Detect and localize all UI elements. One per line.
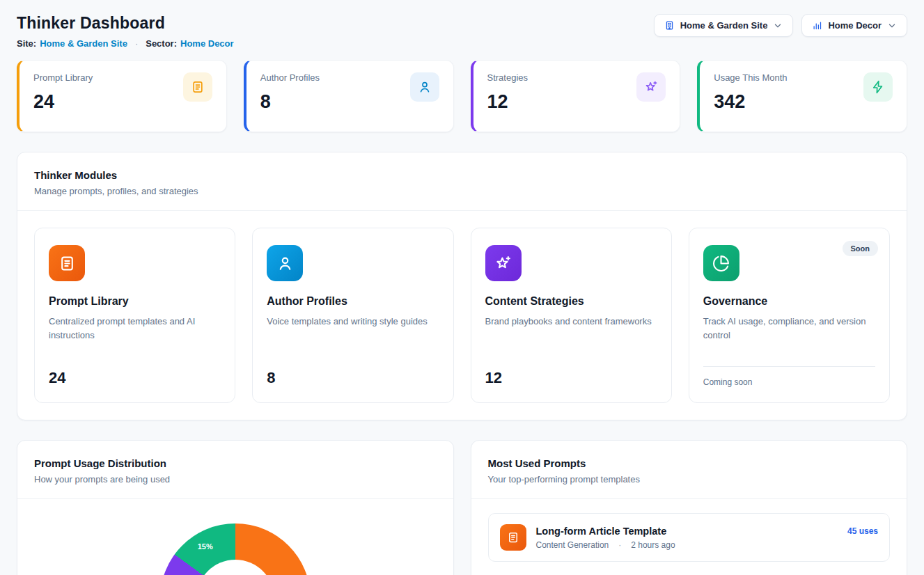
- site-label: Site:: [17, 38, 36, 49]
- stat-label: Prompt Library: [33, 72, 93, 83]
- card-header: Most Used Prompts Your top-performing pr…: [471, 441, 907, 499]
- thinker-modules-panel: Thinker Modules Manage prompts, profiles…: [17, 152, 907, 420]
- stat-info: Usage This Month 342: [714, 72, 787, 120]
- stat-label: Usage This Month: [714, 72, 787, 83]
- card-title: Prompt Usage Distribution: [34, 457, 437, 469]
- card-subtitle: Your top-performing prompt templates: [488, 474, 891, 485]
- stat-info: Strategies 12: [487, 72, 528, 120]
- module-count: 8: [267, 369, 439, 387]
- module-card-content-strategies[interactable]: Content Strategies Brand playbooks and c…: [471, 228, 672, 403]
- document-icon: [183, 72, 212, 102]
- panel-title: Thinker Modules: [34, 169, 890, 181]
- module-description: Voice templates and writing style guides: [267, 315, 439, 329]
- donut-chart: 15%: [17, 499, 453, 575]
- module-title: Prompt Library: [49, 295, 221, 308]
- prompt-list-item[interactable]: Long-form Article Template Content Gener…: [488, 513, 891, 562]
- module-description: Track AI usage, compliance, and version …: [703, 315, 875, 342]
- site-selector-dropdown[interactable]: Home & Garden Site: [654, 14, 794, 37]
- card-subtitle: How your prompts are being used: [34, 474, 437, 485]
- module-title: Content Strategies: [485, 295, 657, 308]
- header-actions: Home & Garden Site Home Decor: [654, 14, 907, 37]
- sector-selector-dropdown[interactable]: Home Decor: [801, 14, 907, 37]
- sparkle-star-icon: [636, 72, 666, 102]
- prompt-info: Long-form Article Template Content Gener…: [536, 526, 838, 550]
- site-link[interactable]: Home & Garden Site: [40, 38, 127, 49]
- stat-label: Author Profiles: [260, 72, 320, 83]
- stat-value: 8: [260, 91, 320, 113]
- coming-soon-label: Coming soon: [703, 377, 753, 387]
- card-title: Most Used Prompts: [488, 457, 891, 469]
- bar-chart-icon: [812, 20, 822, 31]
- separator-dot: ·: [135, 38, 138, 49]
- thinker-dashboard-page: Thinker Dashboard Site: Home & Garden Si…: [0, 0, 924, 575]
- document-icon: [500, 524, 526, 551]
- module-card-prompt-library[interactable]: Prompt Library Centralized prompt templa…: [34, 228, 235, 403]
- header-left: Thinker Dashboard Site: Home & Garden Si…: [17, 14, 234, 49]
- prompt-title: Long-form Article Template: [536, 526, 838, 537]
- module-count: 12: [485, 369, 657, 387]
- prompt-meta: Content Generation · 2 hours ago: [536, 540, 838, 550]
- stat-card-author-profiles: Author Profiles 8: [244, 60, 454, 132]
- chevron-down-icon: [773, 21, 783, 31]
- breadcrumb: Site: Home & Garden Site · Sector: Home …: [17, 38, 234, 49]
- document-icon: [49, 245, 85, 281]
- building-icon: [664, 20, 675, 31]
- module-description: Brand playbooks and content frameworks: [485, 315, 657, 329]
- sector-selector-label: Home Decor: [828, 20, 882, 31]
- usage-distribution-card: Prompt Usage Distribution How your promp…: [17, 440, 454, 575]
- prompt-time: 2 hours ago: [631, 540, 675, 550]
- prompt-uses-badge: 45 uses: [847, 526, 878, 536]
- chevron-down-icon: [887, 21, 897, 31]
- most-used-prompts-card: Most Used Prompts Your top-performing pr…: [471, 440, 908, 575]
- donut-hole: [196, 560, 274, 575]
- stat-info: Prompt Library 24: [33, 72, 93, 120]
- module-title: Governance: [703, 295, 875, 308]
- stat-card-usage: Usage This Month 342: [697, 60, 907, 132]
- stat-card-prompt-library: Prompt Library 24: [17, 60, 227, 132]
- separator-dot: ·: [618, 540, 621, 550]
- module-title: Author Profiles: [267, 295, 439, 308]
- site-selector-label: Home & Garden Site: [680, 20, 768, 31]
- module-card-author-profiles[interactable]: Author Profiles Voice templates and writ…: [252, 228, 453, 403]
- stats-row: Prompt Library 24 Author Profiles 8 Stra…: [17, 60, 907, 132]
- bottom-row: Prompt Usage Distribution How your promp…: [17, 440, 907, 575]
- sparkle-star-icon: [485, 245, 522, 281]
- pie-chart-icon: [703, 245, 739, 281]
- user-icon: [267, 245, 303, 281]
- panel-header: Thinker Modules Manage prompts, profiles…: [17, 152, 907, 211]
- modules-grid: Prompt Library Centralized prompt templa…: [17, 211, 907, 420]
- prompt-list: Long-form Article Template Content Gener…: [471, 499, 907, 575]
- stat-value: 24: [33, 91, 93, 113]
- lightning-icon: [863, 72, 893, 102]
- stat-value: 342: [714, 91, 787, 113]
- user-icon: [410, 72, 439, 102]
- module-footer: Coming soon: [703, 366, 875, 387]
- module-count: 24: [49, 369, 221, 387]
- donut-segment-label: 15%: [198, 542, 213, 551]
- page-title: Thinker Dashboard: [17, 14, 234, 33]
- sector-link[interactable]: Home Decor: [180, 38, 234, 49]
- module-card-governance[interactable]: Soon Governance Track AI usage, complian…: [689, 228, 890, 403]
- module-description: Centralized prompt templates and AI inst…: [49, 315, 221, 342]
- soon-badge: Soon: [843, 241, 879, 256]
- header: Thinker Dashboard Site: Home & Garden Si…: [17, 14, 907, 49]
- usage-donut: 15%: [160, 523, 311, 575]
- sector-label: Sector:: [146, 38, 177, 49]
- stat-card-strategies: Strategies 12: [471, 60, 681, 132]
- card-header: Prompt Usage Distribution How your promp…: [17, 441, 453, 499]
- panel-subtitle: Manage prompts, profiles, and strategies: [34, 186, 890, 196]
- prompt-category: Content Generation: [536, 540, 609, 550]
- stat-info: Author Profiles 8: [260, 72, 320, 120]
- stat-value: 12: [487, 91, 528, 113]
- stat-label: Strategies: [487, 72, 528, 83]
